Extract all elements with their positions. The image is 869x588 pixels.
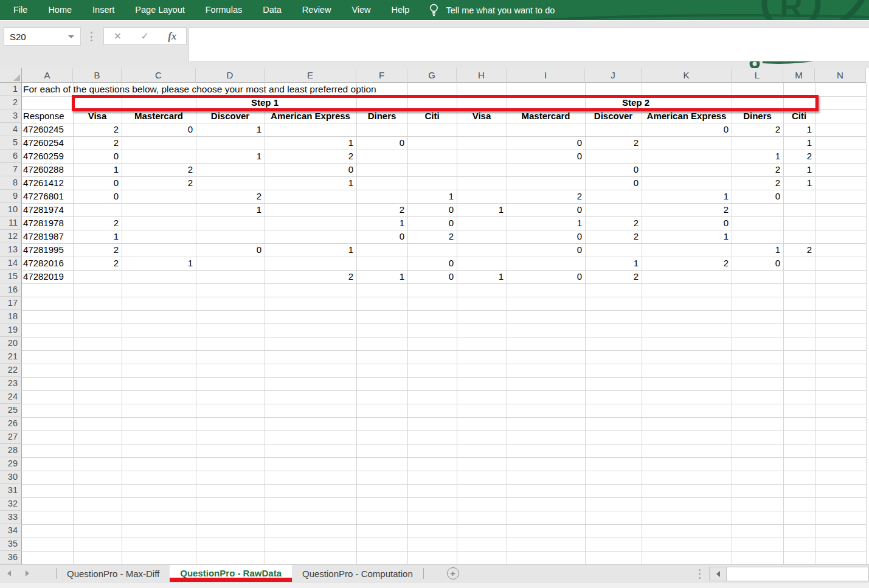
cell-D6[interactable]: 1 xyxy=(196,150,265,163)
cell-L9[interactable]: 0 xyxy=(732,190,783,203)
cell-C8[interactable]: 2 xyxy=(122,176,196,190)
row-header-11[interactable]: 11 xyxy=(0,216,22,230)
column-header-A[interactable]: A xyxy=(22,68,73,83)
cell-A15[interactable]: 47282019 xyxy=(22,270,73,283)
cell-M4[interactable]: 1 xyxy=(783,123,815,136)
cell-I3[interactable]: Mastercard xyxy=(507,109,585,123)
row-header-17[interactable]: 17 xyxy=(0,297,22,310)
cell-L3[interactable]: Diners xyxy=(732,109,783,123)
cell-G10[interactable]: 0 xyxy=(407,203,457,216)
cell-L14[interactable]: 0 xyxy=(732,257,783,270)
cell-J8[interactable]: 0 xyxy=(585,176,642,190)
cell-E5[interactable]: 1 xyxy=(265,136,356,150)
cell-I13[interactable]: 0 xyxy=(507,243,585,257)
cell-C7[interactable]: 2 xyxy=(122,163,196,176)
cell-G12[interactable]: 2 xyxy=(407,230,457,243)
row-header-1[interactable]: 1 xyxy=(0,83,22,96)
cell-E8[interactable]: 1 xyxy=(265,176,356,190)
cell-A4[interactable]: 47260245 xyxy=(22,123,73,136)
cell-L7[interactable]: 2 xyxy=(732,163,783,176)
sheet-nav-left-arrow[interactable] xyxy=(0,565,18,582)
cell-A12[interactable]: 47281987 xyxy=(22,230,73,243)
cell-B14[interactable]: 2 xyxy=(73,257,122,270)
row-header-4[interactable]: 4 xyxy=(0,123,22,136)
row-header-31[interactable]: 31 xyxy=(0,484,22,497)
cell-B13[interactable]: 2 xyxy=(73,243,122,257)
row-header-8[interactable]: 8 xyxy=(0,176,22,190)
cell-A1[interactable]: For each of the questions below, please … xyxy=(23,83,570,96)
cell-A9[interactable]: 47276801 xyxy=(22,190,73,203)
row-header-35[interactable]: 35 xyxy=(0,538,22,551)
cell-F12[interactable]: 0 xyxy=(356,230,407,243)
cell-B11[interactable]: 2 xyxy=(73,216,122,230)
cell-J3[interactable]: Discover xyxy=(585,109,642,123)
column-header-D[interactable]: D xyxy=(196,68,265,83)
cell-J14[interactable]: 1 xyxy=(585,257,642,270)
cell-L4[interactable]: 2 xyxy=(732,123,783,136)
menu-page-layout[interactable]: Page Layout xyxy=(125,0,195,20)
sheet-nav-right-arrow[interactable] xyxy=(18,565,36,582)
cell-H3[interactable]: Visa xyxy=(457,109,507,123)
row-header-23[interactable]: 23 xyxy=(0,377,22,390)
cell-M13[interactable]: 2 xyxy=(783,243,815,257)
sheet-tab-questionpro-max-diff[interactable]: QuestionPro - Max-Diff xyxy=(57,565,170,582)
cell-M6[interactable]: 2 xyxy=(783,150,815,163)
cell-K9[interactable]: 1 xyxy=(642,190,732,203)
cell-G15[interactable]: 0 xyxy=(407,270,457,283)
cell-A13[interactable]: 47281995 xyxy=(22,243,73,257)
cell-K10[interactable]: 2 xyxy=(642,203,732,216)
cell-E3[interactable]: American Express xyxy=(265,109,356,123)
row-header-6[interactable]: 6 xyxy=(0,150,22,163)
horizontal-scrollbar[interactable] xyxy=(709,567,869,581)
scroll-left-arrow[interactable] xyxy=(709,567,726,581)
row-header-10[interactable]: 10 xyxy=(0,203,22,216)
row-header-32[interactable]: 32 xyxy=(0,497,22,511)
sheet-tab-questionpro-computation[interactable]: QuestionPro - Computation xyxy=(292,565,423,582)
scrollbar-thumb[interactable] xyxy=(726,567,869,581)
cell-A7[interactable]: 47260288 xyxy=(22,163,73,176)
cell-E13[interactable]: 1 xyxy=(265,243,356,257)
row-header-13[interactable]: 13 xyxy=(0,243,22,257)
formula-bar-input[interactable] xyxy=(189,27,869,61)
insert-function-icon[interactable]: fx xyxy=(168,30,176,43)
cell-M7[interactable]: 1 xyxy=(783,163,815,176)
row-header-33[interactable]: 33 xyxy=(0,511,22,524)
cell-B7[interactable]: 1 xyxy=(73,163,122,176)
cell-G11[interactable]: 0 xyxy=(407,216,457,230)
cell-E7[interactable]: 0 xyxy=(265,163,356,176)
cancel-icon[interactable]: ✕ xyxy=(114,30,122,42)
row-header-27[interactable]: 27 xyxy=(0,431,22,444)
cell-H10[interactable]: 1 xyxy=(457,203,507,216)
cell-J5[interactable]: 2 xyxy=(585,136,642,150)
row-header-20[interactable]: 20 xyxy=(0,337,22,350)
select-all-button[interactable] xyxy=(0,68,22,83)
cell-D10[interactable]: 1 xyxy=(196,203,265,216)
column-header-G[interactable]: G xyxy=(407,68,457,83)
formula-bar-drag-handle[interactable] xyxy=(91,32,92,41)
column-header-N[interactable]: N xyxy=(815,68,866,83)
cell-M3[interactable]: Citi xyxy=(783,109,815,123)
cell-A8[interactable]: 47261412 xyxy=(22,176,73,190)
cell-J12[interactable]: 2 xyxy=(585,230,642,243)
row-header-29[interactable]: 29 xyxy=(0,457,22,471)
menu-file[interactable]: File xyxy=(3,0,38,20)
cell-C4[interactable]: 0 xyxy=(122,123,196,136)
cell-M8[interactable]: 1 xyxy=(783,176,815,190)
column-header-H[interactable]: H xyxy=(457,68,507,83)
cell-G3[interactable]: Citi xyxy=(407,109,457,123)
cell-A14[interactable]: 47282016 xyxy=(22,257,73,270)
column-header-I[interactable]: I xyxy=(507,68,585,83)
cell-B9[interactable]: 0 xyxy=(73,190,122,203)
row-header-18[interactable]: 18 xyxy=(0,310,22,323)
cell-D13[interactable]: 0 xyxy=(196,243,265,257)
cell-K4[interactable]: 0 xyxy=(642,123,732,136)
cell-F5[interactable]: 0 xyxy=(356,136,407,150)
row-header-30[interactable]: 30 xyxy=(0,471,22,484)
cell-M5[interactable]: 1 xyxy=(783,136,815,150)
menu-data[interactable]: Data xyxy=(252,0,292,20)
row-header-22[interactable]: 22 xyxy=(0,364,22,377)
cell-E6[interactable]: 2 xyxy=(265,150,356,163)
cell-L8[interactable]: 2 xyxy=(732,176,783,190)
cell-J15[interactable]: 2 xyxy=(585,270,642,283)
cell-K14[interactable]: 2 xyxy=(642,257,732,270)
